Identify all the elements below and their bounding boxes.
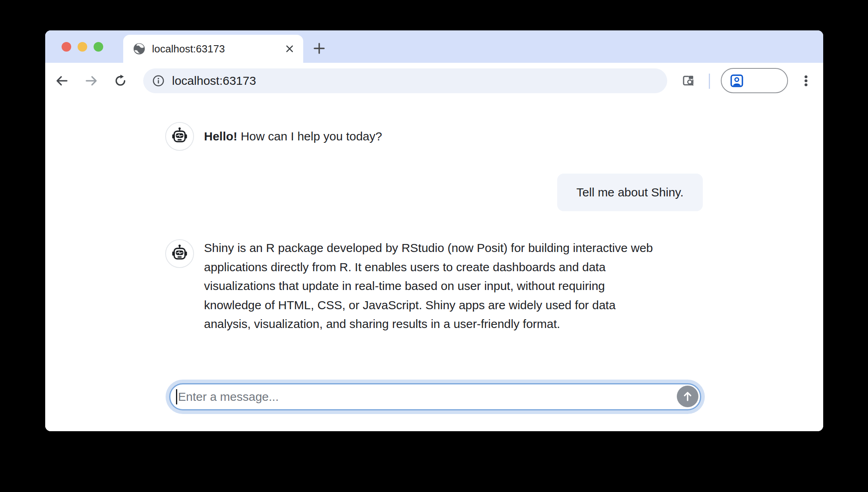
tab-close-icon[interactable] [284,43,295,54]
avatar [165,239,194,268]
profile-button[interactable] [721,68,788,93]
assistant-greeting-bold: Hello! [204,130,237,143]
user-message-text: Tell me about Shiny. [576,186,684,199]
site-info-icon[interactable] [152,74,165,87]
tab-strip: localhost:63173 [45,30,823,63]
profile-icon [730,74,744,88]
message-line: visualizations that update in real-time … [204,276,708,296]
address-bar[interactable]: localhost:63173 [143,68,667,93]
browser-toolbar: localhost:63173 [45,63,823,100]
tab-title: localhost:63173 [152,43,284,55]
assistant-message-text: Hello! How can I help you today? [204,130,382,143]
browser-tab[interactable]: localhost:63173 [123,35,303,63]
message-line: Shiny is an R package developed by RStud… [204,238,708,258]
robot-icon [170,244,190,264]
text-caret [176,389,177,404]
reload-button[interactable] [113,74,128,88]
arrow-up-icon [681,390,694,403]
close-window-button[interactable] [62,42,71,52]
send-button[interactable] [677,386,698,407]
message-line: knowledge of HTML, CSS, or JavaScript. S… [204,296,708,315]
url-text[interactable]: localhost:63173 [172,74,256,88]
forward-button[interactable] [84,74,98,88]
menu-button[interactable] [799,74,813,88]
avatar [165,122,194,151]
chat-page: Hello! How can I help you today? Tell me… [45,101,823,431]
zoom-window-button[interactable] [94,42,103,52]
browser-window: localhost:63173 [45,30,823,431]
message-input[interactable]: Enter a message... [169,383,701,410]
user-message-bubble: Tell me about Shiny. [557,174,703,211]
message-line: analysis, visualization, and sharing res… [204,314,708,334]
globe-favicon-icon [133,43,145,55]
assistant-message: Hello! How can I help you today? [165,122,382,151]
robot-icon [170,126,190,146]
assistant-message-text: Shiny is an R package developed by RStud… [204,238,708,334]
input-placeholder: Enter a message... [178,390,279,404]
minimize-window-button[interactable] [78,42,87,52]
message-line: applications directly from R. It enables… [204,258,708,277]
back-button[interactable] [55,74,69,88]
tab-search-button[interactable] [682,74,696,88]
new-tab-button[interactable] [312,42,326,55]
toolbar-divider [709,74,710,89]
screen: localhost:63173 [0,0,868,492]
assistant-greeting-rest: How can I help you today? [237,130,382,143]
chat-input-wrap: Enter a message... [169,383,701,410]
